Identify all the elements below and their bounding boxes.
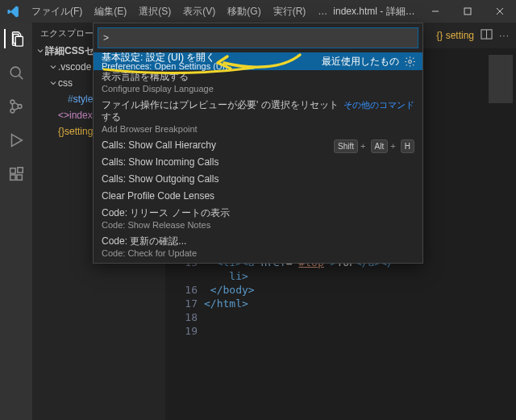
menu-go[interactable]: 移動(G) — [222, 0, 266, 23]
palette-item[interactable]: その他のコマンドファイル操作にはプレビューが必要' の選択をリセットするAdd … — [94, 98, 422, 139]
vscode-logo-icon — [5, 3, 21, 19]
palette-item[interactable]: Clear Profile Code Lenses — [94, 189, 422, 206]
explorer-icon[interactable] — [4, 29, 27, 48]
svg-rect-7 — [10, 175, 15, 180]
command-input[interactable] — [103, 28, 413, 48]
svg-point-5 — [18, 105, 22, 109]
svg-point-2 — [10, 67, 20, 77]
svg-rect-0 — [464, 8, 471, 15]
palette-item[interactable]: Code: 更新の確認...Code: Check for Update — [94, 235, 422, 263]
source-control-icon[interactable] — [6, 97, 26, 116]
maximize-button[interactable] — [452, 0, 484, 23]
tab-setting-label[interactable]: {} setting — [436, 30, 474, 41]
minimize-button[interactable] — [419, 0, 452, 23]
svg-rect-9 — [18, 168, 23, 173]
svg-rect-6 — [10, 168, 15, 173]
palette-item[interactable]: 表示言語を構成するConfigure Display Language — [94, 70, 422, 98]
svg-point-11 — [409, 60, 412, 63]
search-icon[interactable] — [6, 63, 26, 82]
activity-bar — [0, 23, 32, 420]
close-button[interactable] — [484, 0, 516, 23]
svg-rect-8 — [17, 175, 22, 180]
menu-more[interactable]: … — [312, 0, 333, 23]
command-input-wrap[interactable] — [98, 27, 418, 48]
menu-bar: ファイル(F) 編集(E) 選択(S) 表示(V) 移動(G) 実行(R) … — [26, 0, 333, 23]
palette-item[interactable]: Calls: Show Incoming Calls — [94, 156, 422, 173]
menu-file[interactable]: ファイル(F) — [26, 0, 88, 23]
svg-point-4 — [10, 109, 15, 113]
extensions-icon[interactable] — [6, 164, 26, 184]
recent-label: 最近使用したもの — [322, 55, 399, 69]
svg-point-3 — [10, 100, 15, 104]
gear-icon[interactable] — [404, 56, 416, 68]
menu-view[interactable]: 表示(V) — [177, 0, 221, 23]
window-title: index.html - 詳細CSSセレクター - Visual… — [333, 5, 419, 19]
split-editor-icon[interactable] — [481, 28, 493, 43]
menu-select[interactable]: 選択(S) — [133, 0, 177, 23]
palette-item[interactable]: Code: リリース ノートの表示Code: Show Release Note… — [94, 206, 422, 235]
palette-item[interactable]: Shift + Alt + HCalls: Show Call Hierarch… — [94, 139, 422, 156]
menu-run[interactable]: 実行(R) — [268, 0, 312, 23]
run-debug-icon[interactable] — [6, 131, 26, 150]
svg-rect-1 — [15, 36, 23, 46]
tab-more-icon[interactable]: ··· — [499, 30, 510, 41]
menu-edit[interactable]: 編集(E) — [89, 0, 132, 23]
palette-item[interactable]: Calls: Show Outgoing Calls — [94, 173, 422, 189]
minimap[interactable] — [480, 48, 516, 420]
command-palette: 基本設定: 設定 (UI) を開くPreferences: Open Setti… — [93, 23, 423, 264]
